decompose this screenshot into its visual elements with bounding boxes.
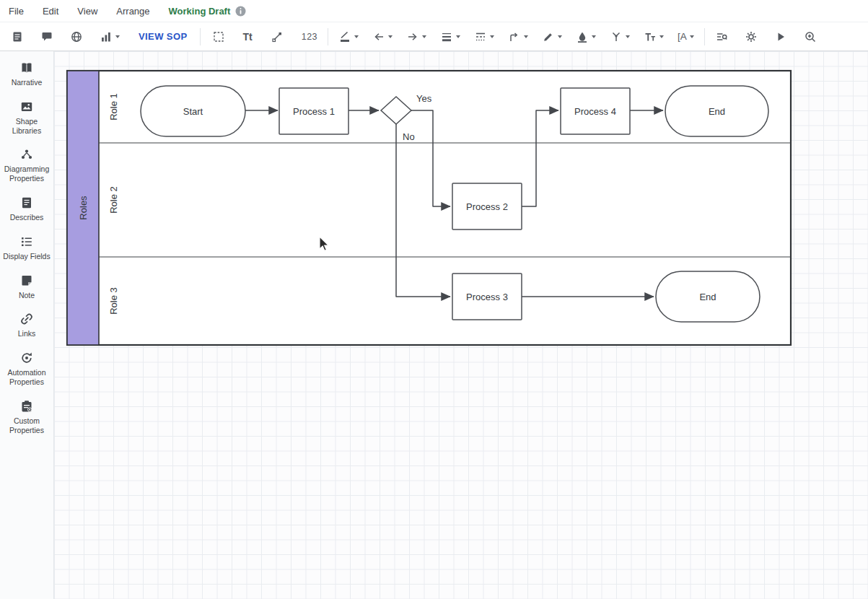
text-size-tool[interactable] (640, 27, 667, 46)
node-process-2[interactable]: Process 2 (452, 183, 522, 229)
language-tool[interactable] (66, 27, 87, 46)
line-weight-icon (440, 30, 453, 43)
note-icon (19, 274, 34, 288)
version-status[interactable]: Working Draft (169, 6, 247, 17)
sidebar-item-narrative[interactable]: Narrative (1, 61, 53, 87)
sidebar-item-label: Custom Properties (1, 416, 53, 435)
pencil-style-tool[interactable] (538, 27, 566, 46)
sidebar-item-custom-properties[interactable]: Custom Properties (1, 399, 53, 435)
numbers-tool-label: 123 (302, 32, 317, 42)
chevron-down-icon (354, 35, 359, 38)
sidebar-item-note[interactable]: Note (1, 274, 53, 300)
chart-tool[interactable] (96, 27, 123, 46)
node-process-1[interactable]: Process 1 (279, 88, 348, 134)
bar-chart-icon (100, 30, 113, 43)
toolbar-separator (328, 28, 328, 45)
chevron-down-icon (524, 35, 528, 38)
node-end-top[interactable]: End (665, 86, 768, 136)
menu-arrange[interactable]: Arrange (116, 6, 149, 17)
sidebar-item-automation-properties[interactable]: Automation Properties (1, 351, 53, 387)
text-size-icon (644, 30, 657, 43)
menu-view[interactable]: View (77, 6, 97, 17)
node-start[interactable]: Start (141, 86, 245, 136)
lane-label-role2[interactable]: Role 2 (108, 186, 119, 214)
links-icon (19, 312, 34, 326)
connector-line-icon (271, 30, 284, 43)
node-label: End (699, 292, 716, 302)
describes-icon (19, 196, 34, 210)
edge-label-no: No (403, 131, 415, 142)
zoom-in-icon (804, 30, 817, 43)
version-status-label: Working Draft (169, 6, 231, 17)
line-weight-tool[interactable] (437, 27, 464, 46)
comment-tool[interactable] (37, 27, 57, 46)
connector-junction-icon (610, 30, 623, 43)
display-options-icon (715, 30, 728, 43)
play-icon (774, 30, 787, 43)
sidebar-item-label: Display Fields (3, 252, 50, 261)
document-icon (11, 30, 24, 43)
text-tool[interactable]: Tt (240, 28, 256, 45)
chevron-down-icon (422, 35, 426, 38)
node-label: Process 1 (293, 106, 335, 117)
arrow-end-tool[interactable] (403, 27, 430, 46)
menu-file[interactable]: File (9, 6, 24, 17)
sidebar-item-label: Diagramming Properties (1, 165, 53, 183)
arrow-right-icon (406, 30, 419, 43)
fill-color-tool[interactable] (572, 27, 600, 46)
chevron-down-icon (592, 35, 596, 38)
toolbar: VIEW SOP Tt 123 (0, 22, 868, 51)
font-tool-label: [A (678, 31, 687, 42)
chevron-down-icon (456, 35, 460, 38)
sidebar-item-diagramming-properties[interactable]: Diagramming Properties (1, 147, 53, 183)
app-window: File Edit View Arrange Working Draft (0, 0, 868, 599)
comment-icon (40, 30, 53, 43)
settings-tool[interactable] (741, 27, 761, 46)
fill-color-icon (576, 30, 589, 43)
chevron-down-icon (490, 35, 494, 38)
connector-tool[interactable] (267, 27, 287, 46)
node-label: Start (183, 106, 203, 117)
line-color-tool[interactable] (335, 27, 362, 46)
font-tool[interactable]: [A (674, 28, 698, 45)
shape-libraries-icon (19, 100, 34, 114)
numbers-tool[interactable]: 123 (298, 29, 321, 45)
dash-style-icon (474, 30, 487, 43)
node-end-bottom[interactable]: End (656, 271, 760, 322)
info-icon[interactable] (235, 6, 246, 17)
sidebar-item-shape-libraries[interactable]: Shape Libraries (1, 100, 53, 136)
sidebar-item-display-fields[interactable]: Display Fields (1, 235, 53, 261)
zoom-tool[interactable] (800, 27, 820, 46)
view-sop-button[interactable]: VIEW SOP (133, 28, 193, 45)
narrative-icon (19, 61, 34, 75)
diagram-canvas[interactable]: Roles Role 1 Role 2 Role 3 Yes No (54, 51, 868, 599)
text-tool-label: Tt (243, 31, 253, 43)
automation-properties-icon (19, 351, 34, 365)
connector-style-tool[interactable] (504, 27, 532, 46)
gear-icon (745, 30, 758, 43)
menu-edit[interactable]: Edit (43, 6, 58, 17)
view-sop-label: VIEW SOP (139, 31, 188, 42)
run-tool[interactable] (771, 27, 791, 46)
node-process-4[interactable]: Process 4 (561, 88, 630, 134)
line-dash-tool[interactable] (470, 27, 498, 46)
chevron-down-icon (626, 35, 630, 38)
sidebar-item-label: Automation Properties (1, 368, 53, 387)
sidebar-item-describes[interactable]: Describes (1, 196, 53, 222)
globe-icon (70, 30, 83, 43)
toolbar-separator (200, 28, 201, 45)
select-tool[interactable] (209, 27, 229, 46)
sidebar-item-links[interactable]: Links (1, 312, 53, 338)
node-process-3[interactable]: Process 3 (452, 274, 522, 320)
arrow-start-tool[interactable] (369, 27, 396, 46)
lane-label-role1[interactable]: Role 1 (108, 93, 119, 121)
display-options-tool[interactable] (711, 27, 732, 46)
node-label: Process 4 (574, 106, 616, 117)
sidebar-item-label: Note (19, 291, 35, 300)
document-tool[interactable] (7, 27, 27, 46)
node-label: End (709, 106, 725, 117)
edge-label-yes: Yes (416, 93, 432, 104)
junction-tool[interactable] (606, 27, 634, 46)
custom-properties-icon (19, 399, 34, 414)
lane-label-role3[interactable]: Role 3 (108, 287, 119, 315)
